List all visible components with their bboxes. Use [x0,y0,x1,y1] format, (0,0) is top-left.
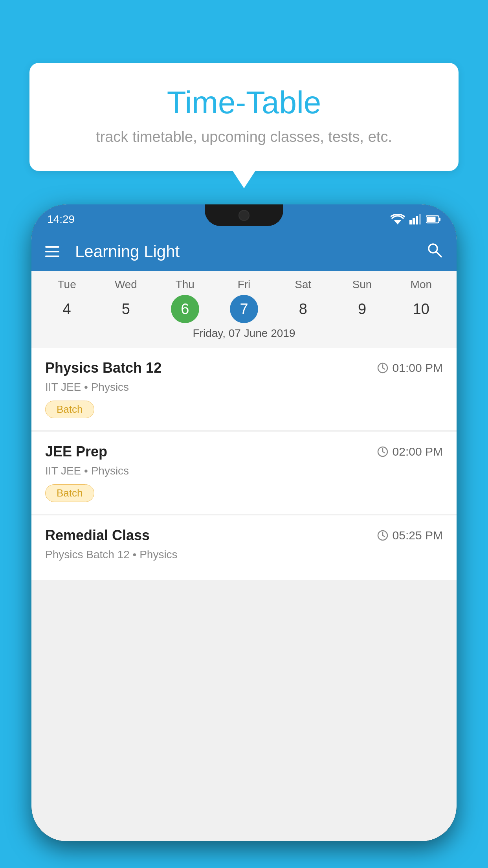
tooltip-title: Time-Table [53,85,435,121]
event-card-1[interactable]: JEE Prep 02:00 PMIIT JEE • PhysicsBatch [31,432,457,514]
batch-badge: Batch [45,484,94,502]
phone-notch [205,204,283,226]
phone-container: 14:29 [31,204,457,868]
wifi-icon [391,214,405,224]
calendar-strip: Tue4Wed5Thu6Fri7Sat8Sun9Mon10 Friday, 07… [31,271,457,348]
menu-line-1 [45,246,59,248]
phone-frame: 14:29 [31,204,457,841]
calendar-day-7[interactable]: Fri7 [220,278,268,323]
menu-line-3 [45,256,59,257]
day-number: 4 [53,295,81,323]
svg-line-12 [383,368,385,369]
tooltip-subtitle: track timetable, upcoming classes, tests… [53,129,435,145]
event-time-text: 01:00 PM [393,361,443,375]
event-subtitle: IIT JEE • Physics [45,465,443,477]
day-number: 9 [348,295,376,323]
day-number: 8 [289,295,317,323]
app-bar: Learning Light [31,232,457,271]
svg-marker-0 [394,220,402,224]
calendar-day-5[interactable]: Wed5 [102,278,149,323]
day-number: 5 [112,295,140,323]
day-name: Sun [352,278,372,291]
clock-icon [377,362,389,374]
svg-rect-1 [409,220,412,224]
calendar-day-10[interactable]: Mon10 [398,278,445,323]
menu-line-2 [45,251,59,252]
day-name: Thu [176,278,194,291]
calendar-day-9[interactable]: Sun9 [339,278,386,323]
day-name: Sat [295,278,311,291]
calendar-day-4[interactable]: Tue4 [43,278,90,323]
front-camera [238,210,250,221]
batch-badge: Batch [45,401,94,418]
svg-rect-6 [439,218,440,221]
calendar-date-label: Friday, 07 June 2019 [31,323,457,342]
event-subtitle: IIT JEE • Physics [45,381,443,394]
event-time-text: 02:00 PM [393,445,443,458]
search-icon [426,241,443,258]
signal-icon [409,214,421,224]
svg-line-9 [436,252,441,257]
svg-rect-3 [416,216,418,224]
day-name: Mon [411,278,432,291]
event-title: JEE Prep [45,443,107,460]
clock-icon [377,446,389,458]
day-name: Tue [58,278,76,291]
tooltip-card: Time-Table track timetable, upcoming cla… [29,63,459,171]
event-subtitle: Physics Batch 12 • Physics [45,548,443,561]
calendar-days: Tue4Wed5Thu6Fri7Sat8Sun9Mon10 [31,271,457,323]
day-number: 7 [230,295,258,323]
event-card-2[interactable]: Remedial Class 05:25 PMPhysics Batch 12 … [31,515,457,580]
clock-icon [377,530,389,541]
calendar-day-8[interactable]: Sat8 [279,278,327,323]
battery-icon [426,215,441,224]
menu-button[interactable] [45,246,59,257]
svg-rect-4 [419,214,421,224]
event-card-0[interactable]: Physics Batch 12 01:00 PMIIT JEE • Physi… [31,348,457,430]
status-time: 14:29 [47,213,75,226]
status-icons [391,214,441,224]
phone-screen: 14:29 [31,204,457,841]
event-time-text: 05:25 PM [393,529,443,542]
day-number: 6 [171,295,199,323]
events-list: Physics Batch 12 01:00 PMIIT JEE • Physi… [31,348,457,841]
day-name: Fri [238,278,251,291]
event-time: 02:00 PM [377,445,443,458]
event-title: Physics Batch 12 [45,360,161,376]
svg-rect-2 [413,218,415,224]
svg-line-18 [383,535,385,537]
app-title: Learning Light [75,242,426,261]
svg-rect-7 [427,217,436,222]
day-name: Wed [115,278,137,291]
event-title: Remedial Class [45,527,150,544]
event-time: 01:00 PM [377,361,443,375]
search-button[interactable] [426,241,443,262]
day-number: 10 [407,295,435,323]
event-time: 05:25 PM [377,529,443,542]
svg-line-15 [383,452,385,453]
calendar-day-6[interactable]: Thu6 [161,278,209,323]
